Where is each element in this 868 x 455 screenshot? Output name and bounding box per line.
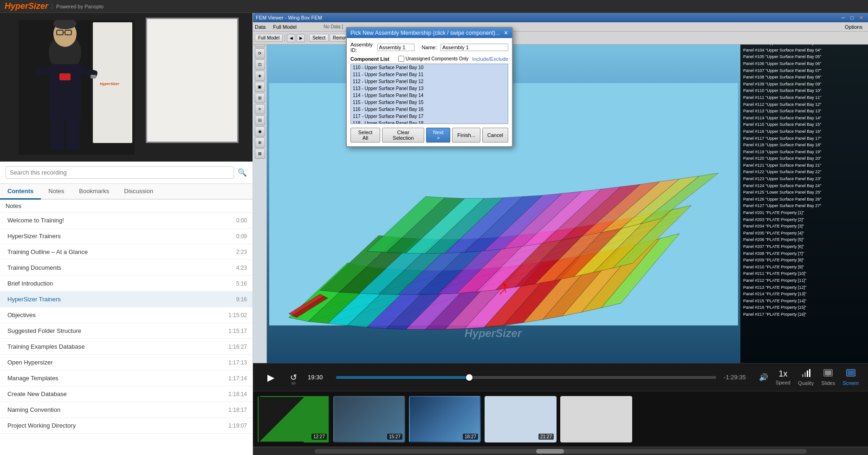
panel-list-item: Panel #213 "PLATE Property [12]" xyxy=(742,284,866,291)
contents-item[interactable]: Manage Templates 1:17:14 xyxy=(0,370,253,386)
progress-knob[interactable] xyxy=(466,374,473,381)
dialog-component-list[interactable]: 110 - Upper Surface Panel Bay 10111 - Up… xyxy=(350,64,508,124)
speed-label: Speed xyxy=(776,380,790,385)
tab-notes[interactable]: Notes xyxy=(41,184,71,200)
tab-contents[interactable]: Contents xyxy=(0,184,41,200)
menu-full-model[interactable]: Full Model xyxy=(273,24,297,30)
unassigned-checkbox[interactable] xyxy=(398,56,404,62)
fem-minimize-btn[interactable]: ─ xyxy=(840,15,847,21)
contents-item[interactable]: Training Examples Database 1:16:27 xyxy=(0,339,253,355)
search-button[interactable]: 🔍 xyxy=(238,168,247,177)
fem-tool-sidebar: ⊕ ⊖ ↔ ⟳ ⊡ ◈ ▣ ⊞ ≡ ⊟ ◉ ⊕ ⊠ xyxy=(253,13,267,363)
select-all-btn[interactable]: Select All xyxy=(350,128,380,143)
tool-btn-7[interactable]: ▣ xyxy=(255,82,265,92)
contents-item[interactable]: Training Outline – At a Glance 2:23 xyxy=(0,244,253,260)
finish-btn[interactable]: Finish... xyxy=(452,128,480,143)
svg-text:HyperSizer: HyperSizer xyxy=(465,327,523,339)
dialog-list-item[interactable]: 110 - Upper Surface Panel Bay 10 xyxy=(351,64,508,71)
contents-item-title: Open Hypersizer xyxy=(7,359,224,366)
tab-bookmarks[interactable]: Bookmarks xyxy=(71,184,117,200)
progress-bar[interactable] xyxy=(336,376,716,379)
svg-rect-80 xyxy=(825,370,831,375)
fem-viewer: FEM Viewer - Wing Box FEM ─ □ ✕ Data Ful… xyxy=(253,13,868,363)
tool-btn-10[interactable]: ⊟ xyxy=(255,115,265,125)
contents-item[interactable]: Welcome to Training! 0:00 xyxy=(0,213,253,228)
thumbnail-item[interactable]: 21:27 xyxy=(485,396,557,442)
screen-control[interactable]: Screen xyxy=(842,369,859,386)
contents-item-title: Project Working Directory xyxy=(7,422,224,429)
contents-item-time: 9:16 xyxy=(224,296,247,303)
thumbnail-item[interactable]: 15:27 xyxy=(333,396,405,442)
toolbar-icon-1[interactable]: ◀ xyxy=(287,34,295,42)
thumbnails-strip: 12:2715:2718:2721:27 xyxy=(253,391,868,447)
thumbnail-item[interactable]: 18:27 xyxy=(409,396,481,442)
tool-btn-13[interactable]: ⊠ xyxy=(255,149,265,159)
menu-data[interactable]: Data xyxy=(255,24,266,30)
toolbar-full-model[interactable]: Full Model xyxy=(255,34,283,42)
scroll-thumb[interactable] xyxy=(536,449,564,454)
contents-item[interactable]: Objectives 1:15:02 xyxy=(0,307,253,323)
contents-item[interactable]: Open Hypersizer 1:17:13 xyxy=(0,355,253,370)
tool-btn-11[interactable]: ◉ xyxy=(255,126,265,136)
contents-list[interactable]: Welcome to Training! 0:00 HyperSizer Tra… xyxy=(0,213,253,455)
tool-btn-12[interactable]: ⊕ xyxy=(255,137,265,148)
dialog-close-btn[interactable]: ✕ xyxy=(504,30,508,36)
fem-maximize-btn[interactable]: □ xyxy=(849,15,855,21)
slides-icon xyxy=(823,369,833,379)
dialog-list-item[interactable]: 114 - Upper Surface Panel Bay 14 xyxy=(351,92,508,99)
cancel-btn[interactable]: Cancel xyxy=(482,128,508,143)
tool-btn-4[interactable]: ⟳ xyxy=(255,48,265,58)
volume-button[interactable]: 🔊 xyxy=(759,373,768,382)
main-content: FEM Viewer - Wing Box FEM ─ □ ✕ Data Ful… xyxy=(253,13,868,455)
search-input[interactable] xyxy=(6,166,234,179)
contents-item[interactable]: Brief Introduction 5:16 xyxy=(0,276,253,292)
contents-item-title: HyperSizer Trainers xyxy=(7,233,224,240)
speed-control[interactable]: 1x Speed xyxy=(776,369,790,385)
panel-list-item: Panel #203 "PLATE Property [2]" xyxy=(742,216,866,223)
tool-btn-9[interactable]: ≡ xyxy=(255,104,265,114)
assembly-name-input[interactable] xyxy=(440,44,508,51)
dialog-list-item[interactable]: 113 - Upper Surface Panel Bay 13 xyxy=(351,85,508,92)
fem-close-btn[interactable]: ✕ xyxy=(857,15,865,21)
contents-item[interactable]: Suggested Folder Structure 1:15:17 xyxy=(0,323,253,339)
dialog-list-item[interactable]: 117 - Upper Surface Panel Bay 17 xyxy=(351,113,508,120)
dialog-list-item[interactable]: 112 - Upper Surface Panel Bay 12 xyxy=(351,78,508,85)
thumbnail-item[interactable]: 12:27 xyxy=(258,396,330,442)
panel-list-item: Panel #111 "Upper Surface Panel Bay 11" xyxy=(742,94,866,101)
panel-list-item: Panel #217 "PLATE Property [16]" xyxy=(742,311,866,318)
tool-btn-5[interactable]: ⊡ xyxy=(255,59,265,70)
thumbnail-item[interactable] xyxy=(560,396,632,442)
contents-item[interactable]: Project Working Directory 1:19:07 xyxy=(0,418,253,434)
scroll-track[interactable] xyxy=(315,449,807,454)
remaining-time: -1:29:35 xyxy=(724,374,751,381)
contents-item[interactable]: HyperSizer Trainers 0:09 xyxy=(0,228,253,244)
bottom-scroll[interactable] xyxy=(253,447,868,455)
next-btn[interactable]: Next > xyxy=(426,128,450,143)
dialog-list-item[interactable]: 111 - Upper Surface Panel Bay 11 xyxy=(351,71,508,78)
toolbar-select[interactable]: Select xyxy=(309,34,329,42)
dialog-list-item[interactable]: 116 - Upper Surface Panel Bay 16 xyxy=(351,106,508,113)
slides-control[interactable]: Slides xyxy=(821,369,835,386)
rewind-button[interactable]: ↺ 10 xyxy=(286,370,300,384)
clear-selection-btn[interactable]: Clear Selection xyxy=(382,128,424,143)
svg-rect-75 xyxy=(802,374,803,377)
contents-item[interactable]: Naming Convention 1:18:17 xyxy=(0,402,253,418)
contents-item[interactable]: HyperSizer Trainers 9:16 xyxy=(0,292,253,307)
current-time: 19:30 xyxy=(308,374,329,381)
svg-rect-78 xyxy=(809,369,810,377)
contents-item[interactable]: Training Documents 4:23 xyxy=(0,260,253,276)
quality-control[interactable]: Quality xyxy=(798,369,814,386)
tool-btn-8[interactable]: ⊞ xyxy=(255,93,265,103)
toolbar-icon-2[interactable]: ▶ xyxy=(297,34,305,42)
assembly-id-input[interactable] xyxy=(377,44,415,51)
tab-discussion[interactable]: Discussion xyxy=(117,184,161,200)
panel-list-item: Panel #116 "Upper Surface Panel Bay 16" xyxy=(742,128,866,135)
tool-btn-6[interactable]: ◈ xyxy=(255,71,265,81)
left-sidebar: HyperSizer 🔍 Contents Notes Bookmarks Di… xyxy=(0,13,253,455)
dialog-list-item[interactable]: 115 - Upper Surface Panel Bay 15 xyxy=(351,99,508,106)
panel-list-item: Panel #212 "PLATE Property [11]" xyxy=(742,277,866,284)
contents-item[interactable]: Create New Database 1:18:14 xyxy=(0,386,253,402)
menu-options[interactable]: Options xyxy=(845,24,862,30)
play-button[interactable]: ▶ xyxy=(262,369,279,386)
dialog-list-item[interactable]: 118 - Upper Surface Panel Bay 18 xyxy=(351,120,508,124)
